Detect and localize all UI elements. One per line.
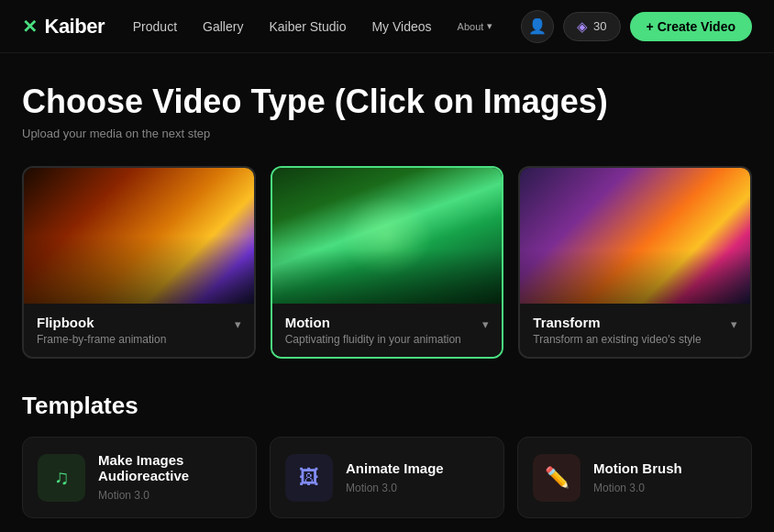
motion-info-text: Motion Captivating fluidity in your anim…: [285, 315, 461, 346]
template-sub-animate-image: Motion 3.0: [346, 482, 397, 494]
video-type-card-transform[interactable]: Transform Transform an existing video's …: [518, 166, 752, 359]
template-info-motion-brush: Motion Brush Motion 3.0: [593, 460, 682, 495]
nav-links: Product Gallery Kaiber Studio My Videos …: [133, 18, 493, 35]
flipbook-thumbnail: [24, 168, 254, 304]
transform-chevron-icon: ▾: [731, 317, 737, 331]
template-sub-motion-brush: Motion 3.0: [593, 482, 645, 494]
page-subtitle: Upload your media on the next step: [22, 127, 752, 140]
templates-grid: ♫ Make Images Audioreactive Motion 3.0 🖼…: [22, 437, 752, 518]
nav-link-my-videos[interactable]: My Videos: [371, 19, 431, 34]
page-title: Choose Video Type (Click on Images): [22, 83, 752, 121]
flipbook-desc: Frame-by-frame animation: [37, 333, 166, 346]
transform-card-info: Transform Transform an existing video's …: [520, 304, 750, 357]
logo-text: Kaiber: [45, 15, 105, 39]
nav-right: 👤 ◈ 30 + Create Video: [521, 10, 752, 43]
flipbook-label: Flipbook: [37, 315, 166, 330]
template-sub-audioreactive: Motion 3.0: [98, 489, 149, 502]
template-info-audioreactive: Make Images Audioreactive Motion 3.0: [98, 452, 241, 503]
flipbook-card-info: Flipbook Frame-by-frame animation ▾: [24, 304, 254, 357]
nav-link-product[interactable]: Product: [133, 19, 177, 34]
nav-item-gallery[interactable]: Gallery: [203, 18, 243, 35]
template-icon-image: 🖼: [285, 454, 333, 502]
template-icon-music: ♫: [38, 454, 85, 502]
template-card-animate-image[interactable]: 🖼 Animate Image Motion 3.0: [270, 437, 504, 518]
create-video-button[interactable]: + Create Video: [630, 12, 752, 41]
nav-item-about[interactable]: About ▾: [458, 20, 493, 32]
video-types-row: Flipbook Frame-by-frame animation ▾ Moti…: [22, 166, 752, 359]
video-type-card-motion[interactable]: Motion Captivating fluidity in your anim…: [271, 166, 504, 359]
logo-icon: ✕: [22, 16, 38, 38]
template-name-animate-image: Animate Image: [346, 460, 444, 476]
transform-desc: Transform an existing video's style: [533, 333, 701, 346]
template-icon-brush: ✏️: [533, 454, 580, 502]
motion-chevron-icon: ▾: [482, 317, 489, 331]
template-name-motion-brush: Motion Brush: [593, 460, 682, 476]
credits-icon: ◈: [577, 18, 588, 35]
card-image-motion: [272, 168, 503, 304]
motion-card-info: Motion Captivating fluidity in your anim…: [272, 304, 503, 357]
credits-button[interactable]: ◈ 30: [563, 12, 620, 41]
main-content: Choose Video Type (Click on Images) Uplo…: [0, 53, 774, 532]
logo[interactable]: ✕ Kaiber: [22, 15, 105, 39]
video-type-card-flipbook[interactable]: Flipbook Frame-by-frame animation ▾: [22, 166, 256, 359]
navbar: ✕ Kaiber Product Gallery Kaiber Studio M…: [0, 0, 774, 53]
templates-title: Templates: [22, 392, 752, 420]
user-icon: 👤: [528, 17, 547, 35]
chevron-down-icon: ▾: [487, 20, 492, 32]
nav-item-product[interactable]: Product: [133, 18, 177, 35]
nav-item-kaiber-studio[interactable]: Kaiber Studio: [269, 18, 346, 35]
card-image-flipbook: [24, 168, 254, 304]
transform-info-text: Transform Transform an existing video's …: [533, 315, 701, 346]
transform-label: Transform: [533, 315, 701, 330]
motion-label: Motion: [285, 315, 461, 330]
transform-thumbnail: [520, 168, 750, 304]
template-info-animate-image: Animate Image Motion 3.0: [346, 460, 444, 495]
credits-count: 30: [593, 19, 606, 33]
motion-thumbnail: [272, 168, 503, 304]
user-icon-button[interactable]: 👤: [521, 10, 554, 43]
template-name-audioreactive: Make Images Audioreactive: [98, 452, 241, 483]
nav-link-gallery[interactable]: Gallery: [203, 19, 243, 34]
nav-link-kaiber-studio[interactable]: Kaiber Studio: [269, 19, 346, 34]
nav-link-about[interactable]: About ▾: [458, 20, 493, 32]
nav-item-my-videos[interactable]: My Videos: [371, 18, 431, 35]
flipbook-chevron-icon: ▾: [235, 317, 241, 331]
motion-desc: Captivating fluidity in your animation: [285, 333, 461, 346]
template-card-motion-brush[interactable]: ✏️ Motion Brush Motion 3.0: [517, 437, 752, 518]
template-card-audioreactive[interactable]: ♫ Make Images Audioreactive Motion 3.0: [22, 437, 257, 518]
flipbook-info-text: Flipbook Frame-by-frame animation: [37, 315, 166, 346]
card-image-transform: [520, 168, 750, 304]
